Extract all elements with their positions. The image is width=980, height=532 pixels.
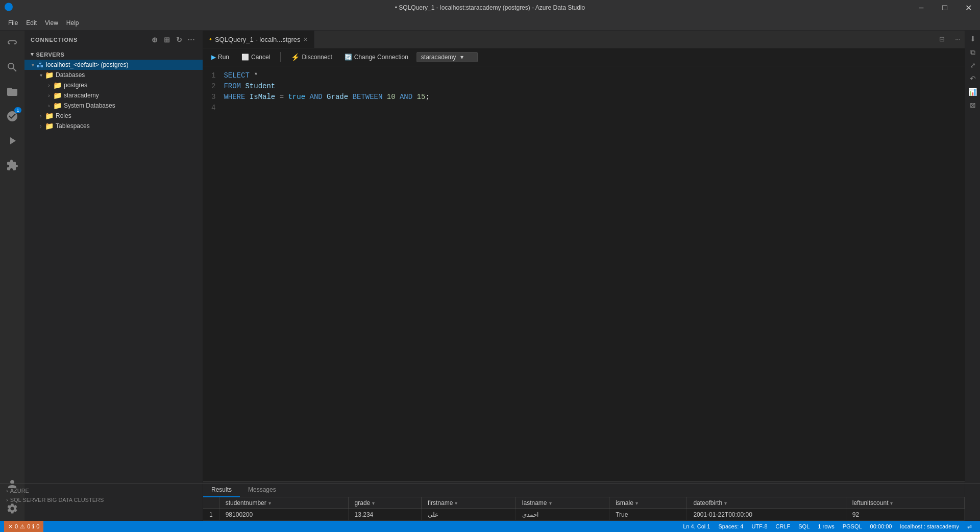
status-bar: ✕ 0 ⚠ 0 ℹ 0 Ln 4, Col 1 Spaces: 4 UTF-8 … xyxy=(0,521,980,532)
tablespaces-folder-icon: 📁 xyxy=(45,122,54,130)
tab-sqlquery1[interactable]: • SQLQuery_1 - localh...stgres × xyxy=(203,31,314,48)
activity-run[interactable] xyxy=(0,129,24,153)
main-container: 1 CONNECTIONS ⊕ ⊞ ↻ ··· xyxy=(0,31,980,521)
activity-extensions[interactable] xyxy=(0,153,24,178)
tab-more-button[interactable]: ··· xyxy=(951,31,965,48)
refresh-button[interactable]: ↻ xyxy=(174,35,184,45)
tab-close-icon[interactable]: × xyxy=(304,35,308,43)
row-num: 1 xyxy=(203,509,219,521)
cell-dateofbirth: 2001-01-22T00:00:00 xyxy=(687,509,846,521)
status-errors[interactable]: ✕ 0 ⚠ 0 ℹ 0 xyxy=(4,521,43,532)
roles-label: Roles xyxy=(56,112,71,119)
status-rows[interactable]: 1 rows xyxy=(814,521,838,532)
connection-dropdown[interactable]: staracademy ▾ xyxy=(416,52,478,62)
language-text: SQL xyxy=(798,523,810,529)
activity-git[interactable]: 1 xyxy=(0,104,24,129)
code-line-3: WHERE IsMale = true AND Grade BETWEEN 10… xyxy=(224,92,957,103)
databases-folder-icon: 📁 xyxy=(45,71,54,79)
table-row[interactable]: 1 98100200 13.234 علي احمدي True 2001-01… xyxy=(203,509,965,521)
add-server-button[interactable]: ⊞ xyxy=(162,35,172,45)
staracademy-chevron-icon: › xyxy=(45,93,53,98)
tablespaces-folder[interactable]: › 📁 Tablespaces xyxy=(24,121,203,131)
menu-help[interactable]: Help xyxy=(62,17,83,29)
status-dialect[interactable]: PGSQL xyxy=(839,521,866,532)
menu-file[interactable]: File xyxy=(4,17,22,29)
status-encoding[interactable]: UTF-8 xyxy=(747,521,771,532)
line-num-1: 1 xyxy=(211,70,215,81)
close-button[interactable]: ✕ xyxy=(957,0,980,15)
staracademy-folder-icon: 📁 xyxy=(53,91,62,99)
cell-leftunitscount: 92 xyxy=(846,509,964,521)
bigdata-label[interactable]: › SQL SERVER BIG DATA CLUSTERS xyxy=(24,495,203,504)
spaces-text: Spaces: 4 xyxy=(718,523,743,529)
server-item-localhost[interactable]: ▾ 🖧 localhost_<default> (postgres) xyxy=(24,60,203,70)
time-text: 00:00:00 xyxy=(870,523,892,529)
toolbar-separator xyxy=(280,52,281,62)
status-spaces[interactable]: Spaces: 4 xyxy=(714,521,747,532)
right-panel-btn-5[interactable]: 📊 xyxy=(967,86,979,98)
run-button[interactable]: ▶ Run xyxy=(207,52,233,62)
git-badge: 1 xyxy=(14,107,21,113)
line-num-4: 4 xyxy=(211,103,215,113)
minimize-button[interactable]: – xyxy=(910,0,933,15)
more-actions-button[interactable]: ··· xyxy=(186,35,197,45)
disconnect-button[interactable]: ⚡ Disconnect xyxy=(287,52,336,63)
menu-edit[interactable]: Edit xyxy=(22,17,41,29)
warning-count: 0 xyxy=(27,523,30,529)
tab-split-button[interactable]: ⊟ xyxy=(935,31,949,48)
restore-button[interactable]: □ xyxy=(933,0,957,15)
azure-label[interactable]: › AZURE xyxy=(24,486,203,495)
right-panel-btn-3[interactable]: ⤢ xyxy=(967,59,979,71)
activity-explorer[interactable] xyxy=(0,80,24,104)
code-line-2: FROM Student xyxy=(224,81,957,92)
db-staracademy[interactable]: › 📁 staracademy xyxy=(24,90,203,100)
sidebar-header-actions: ⊕ ⊞ ↻ ··· xyxy=(150,35,197,45)
servers-label[interactable]: ▾ SERVERS xyxy=(24,49,203,60)
databases-folder[interactable]: ▾ 📁 Databases xyxy=(24,70,203,80)
sidebar-title: CONNECTIONS xyxy=(31,37,78,43)
right-panel-btn-6[interactable]: ⊠ xyxy=(967,99,979,111)
svg-point-0 xyxy=(5,3,13,11)
cell-studentnumber: 98100200 xyxy=(219,509,348,521)
menu-view[interactable]: View xyxy=(41,17,62,29)
app-icon xyxy=(4,3,13,13)
code-editor[interactable]: 1 2 3 4 SELECT * FROM Student WHERE IsMa… xyxy=(203,66,965,482)
server-icon: 🖧 xyxy=(37,61,44,69)
run-icon: ▶ xyxy=(211,54,216,61)
encoding-text: UTF-8 xyxy=(751,523,767,529)
status-position[interactable]: Ln 4, Col 1 xyxy=(679,521,714,532)
status-remote[interactable]: ⇌ xyxy=(963,521,976,532)
roles-folder-icon: 📁 xyxy=(45,112,54,120)
servers-label-text: SERVERS xyxy=(36,52,65,58)
roles-folder[interactable]: › 📁 Roles xyxy=(24,111,203,121)
cancel-button[interactable]: ⬜ Cancel xyxy=(237,52,274,62)
sidebar-tree: ▾ SERVERS ▾ 🖧 localhost_<default> (postg… xyxy=(24,49,203,521)
right-panel-btn-2[interactable]: ⧉ xyxy=(967,46,979,58)
info-count: 0 xyxy=(36,523,39,529)
error-icon: ✕ xyxy=(8,523,13,530)
change-connection-button[interactable]: 🔄 Change Connection xyxy=(340,52,412,62)
cancel-icon: ⬜ xyxy=(241,54,249,61)
sidebar-header: CONNECTIONS ⊕ ⊞ ↻ ··· xyxy=(24,31,203,49)
right-panel-btn-4[interactable]: ↶ xyxy=(967,72,979,85)
db-postgres[interactable]: › 📁 postgres xyxy=(24,80,203,90)
activity-bar: 1 xyxy=(0,31,24,521)
code-line-1: SELECT * xyxy=(224,70,957,81)
status-time[interactable]: 00:00:00 xyxy=(866,521,896,532)
status-language[interactable]: SQL xyxy=(794,521,814,532)
servers-chevron-icon: ▾ xyxy=(31,51,34,58)
status-line-ending[interactable]: CRLF xyxy=(772,521,795,532)
position-text: Ln 4, Col 1 xyxy=(683,523,710,529)
status-left: ✕ 0 ⚠ 0 ℹ 0 xyxy=(4,521,43,532)
activity-search[interactable] xyxy=(0,55,24,80)
status-connection[interactable]: localhost : staracademy xyxy=(896,521,963,532)
code-lines[interactable]: SELECT * FROM Student WHERE IsMale = tru… xyxy=(224,70,965,477)
right-panel-btn-1[interactable]: ⬇ xyxy=(967,33,979,45)
db-system[interactable]: › 📁 System Databases xyxy=(24,100,203,111)
connection-text: localhost : staracademy xyxy=(900,523,959,529)
system-label: System Databases xyxy=(64,102,115,109)
activity-connections[interactable] xyxy=(0,31,24,55)
line-numbers: 1 2 3 4 xyxy=(203,70,224,477)
line-num-3: 3 xyxy=(211,92,215,103)
new-connection-button[interactable]: ⊕ xyxy=(150,35,160,45)
